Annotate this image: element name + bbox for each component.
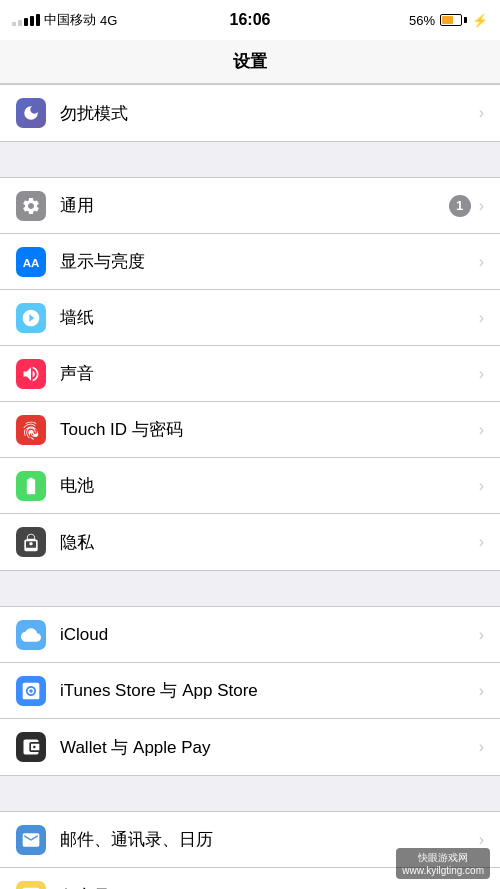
privacy-icon	[16, 527, 46, 557]
wallet-icon	[16, 732, 46, 762]
touchid-label: Touch ID 与密码	[60, 418, 479, 441]
display-chevron: ›	[479, 253, 484, 271]
dnd-icon	[16, 98, 46, 128]
status-time: 16:06	[230, 11, 271, 29]
section-gap-2	[0, 571, 500, 606]
settings-item-dnd[interactable]: 勿扰模式 ›	[0, 85, 500, 141]
wallpaper-chevron: ›	[479, 309, 484, 327]
nav-bar: 设置	[0, 40, 500, 84]
watermark: 快眼游戏网 www.kyilgting.com	[396, 848, 490, 879]
svg-text:AA: AA	[23, 256, 40, 269]
notes-icon	[16, 881, 46, 889]
battery-chevron: ›	[479, 477, 484, 495]
general-badge: 1	[449, 195, 471, 217]
privacy-chevron: ›	[479, 533, 484, 551]
icloud-icon	[16, 620, 46, 650]
touchid-right: ›	[479, 421, 484, 439]
display-label: 显示与亮度	[60, 250, 479, 273]
privacy-right: ›	[479, 533, 484, 551]
settings-item-touchid[interactable]: Touch ID 与密码 ›	[0, 402, 500, 458]
settings-item-icloud[interactable]: iCloud ›	[0, 607, 500, 663]
settings-item-display[interactable]: AA 显示与亮度 ›	[0, 234, 500, 290]
nav-title: 设置	[233, 50, 267, 73]
section-cloud-list: iCloud › iTunes Store 与 App Store ›	[0, 606, 500, 776]
status-bar: 中国移动 4G 16:06 56% ⚡	[0, 0, 500, 40]
battery-setting-icon	[16, 471, 46, 501]
touchid-chevron: ›	[479, 421, 484, 439]
watermark-line1: 快眼游戏网	[418, 851, 468, 865]
general-chevron: ›	[479, 197, 484, 215]
touchid-icon	[16, 415, 46, 445]
watermark-line2: www.kyilgting.com	[402, 865, 484, 876]
general-label: 通用	[60, 194, 449, 217]
settings-item-general[interactable]: 通用 1 ›	[0, 178, 500, 234]
status-right: 56% ⚡	[409, 13, 488, 28]
mail-right: ›	[479, 831, 484, 849]
itunes-label: iTunes Store 与 App Store	[60, 679, 479, 702]
settings-container: 勿扰模式 › 通用 1 ›	[0, 84, 500, 889]
section-general: 通用 1 › AA 显示与亮度 ›	[0, 177, 500, 571]
section-gap-1	[0, 142, 500, 177]
sound-right: ›	[479, 365, 484, 383]
sound-chevron: ›	[479, 365, 484, 383]
section-general-list: 通用 1 › AA 显示与亮度 ›	[0, 177, 500, 571]
wallpaper-icon	[16, 303, 46, 333]
charging-icon: ⚡	[472, 13, 488, 28]
notes-label: 备忘录	[60, 885, 479, 890]
sound-label: 声音	[60, 362, 479, 385]
itunes-chevron: ›	[479, 682, 484, 700]
wallet-label: Wallet 与 Apple Pay	[60, 736, 479, 759]
section-dnd: 勿扰模式 ›	[0, 84, 500, 142]
battery-right: ›	[479, 477, 484, 495]
settings-item-privacy[interactable]: 隐私 ›	[0, 514, 500, 570]
wallet-right: ›	[479, 738, 484, 756]
general-right: 1 ›	[449, 195, 484, 217]
display-icon: AA	[16, 247, 46, 277]
gear-icon	[16, 191, 46, 221]
battery-label: 电池	[60, 474, 479, 497]
section-cloud: iCloud › iTunes Store 与 App Store ›	[0, 606, 500, 776]
wallpaper-right: ›	[479, 309, 484, 327]
settings-item-wallpaper[interactable]: 墙纸 ›	[0, 290, 500, 346]
settings-item-itunes[interactable]: iTunes Store 与 App Store ›	[0, 663, 500, 719]
sound-icon	[16, 359, 46, 389]
icloud-right: ›	[479, 626, 484, 644]
section-dnd-list: 勿扰模式 ›	[0, 84, 500, 142]
network-type: 4G	[100, 13, 117, 28]
mail-chevron: ›	[479, 831, 484, 849]
mail-icon	[16, 825, 46, 855]
wallet-chevron: ›	[479, 738, 484, 756]
section-gap-3	[0, 776, 500, 811]
itunes-icon	[16, 676, 46, 706]
dnd-chevron: ›	[479, 104, 484, 122]
battery-percent: 56%	[409, 13, 435, 28]
privacy-label: 隐私	[60, 531, 479, 554]
display-right: ›	[479, 253, 484, 271]
battery-icon	[440, 14, 467, 26]
icloud-label: iCloud	[60, 625, 479, 645]
itunes-right: ›	[479, 682, 484, 700]
settings-item-battery[interactable]: 电池 ›	[0, 458, 500, 514]
icloud-chevron: ›	[479, 626, 484, 644]
status-left: 中国移动 4G	[12, 11, 117, 29]
settings-item-sound[interactable]: 声音 ›	[0, 346, 500, 402]
dnd-right: ›	[479, 104, 484, 122]
settings-item-wallet[interactable]: Wallet 与 Apple Pay ›	[0, 719, 500, 775]
wallpaper-label: 墙纸	[60, 306, 479, 329]
signal-icon	[12, 14, 40, 26]
carrier-label: 中国移动	[44, 11, 96, 29]
dnd-label: 勿扰模式	[60, 102, 479, 125]
